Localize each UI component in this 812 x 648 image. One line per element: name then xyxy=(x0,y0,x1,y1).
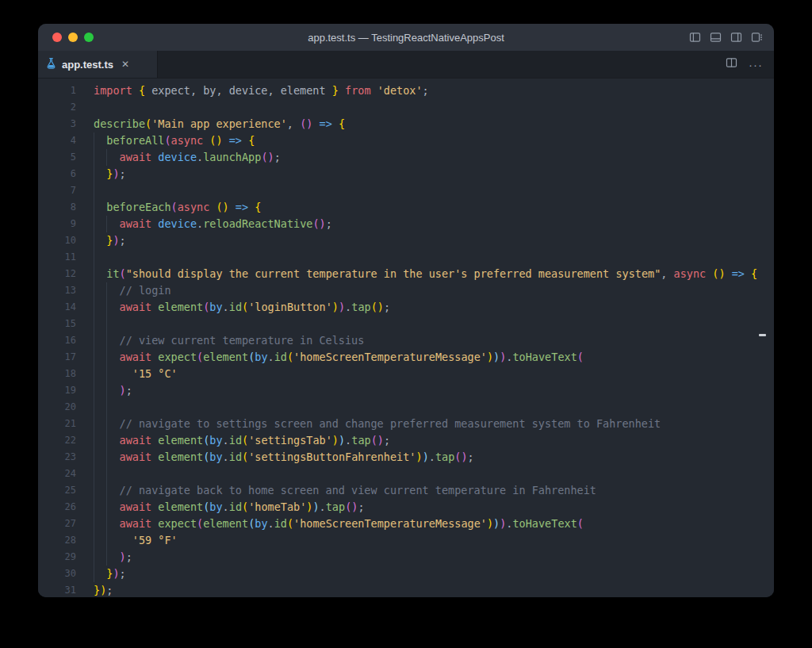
code-line[interactable]: 20 xyxy=(38,399,774,416)
code-line[interactable]: 24 xyxy=(38,466,774,482)
code-text[interactable]: await expect(element(by.id('homeScreenTe… xyxy=(76,349,584,366)
code-line[interactable]: 19 ); xyxy=(38,382,774,399)
toggle-secondary-sidebar-icon[interactable] xyxy=(730,32,742,43)
line-number[interactable]: 14 xyxy=(38,299,76,316)
code-line[interactable]: 17 await expect(element(by.id('homeScree… xyxy=(38,349,774,366)
code-text[interactable] xyxy=(76,99,94,116)
code-text[interactable]: await element(by.id('loginButton')).tap(… xyxy=(76,299,390,316)
line-number[interactable]: 26 xyxy=(38,499,76,516)
code-line[interactable]: 1import { expect, by, device, element } … xyxy=(38,82,774,99)
code-text[interactable]: ); xyxy=(76,382,132,399)
code-editor[interactable]: 1import { expect, by, device, element } … xyxy=(38,79,774,597)
code-line[interactable]: 26 await element(by.id('homeTab')).tap()… xyxy=(38,499,774,516)
code-text[interactable]: it("should display the current temperatu… xyxy=(76,266,757,282)
code-text[interactable] xyxy=(76,399,94,416)
line-number[interactable]: 3 xyxy=(38,116,76,132)
window-titlebar[interactable]: app.test.ts — TestingReactNativeAppsPost xyxy=(38,24,774,51)
code-line[interactable]: 9 await device.reloadReactNative(); xyxy=(38,216,774,232)
code-text[interactable]: ); xyxy=(76,549,132,566)
code-text[interactable] xyxy=(76,249,94,266)
line-number[interactable]: 21 xyxy=(38,416,76,432)
line-number[interactable]: 19 xyxy=(38,382,76,399)
code-line[interactable]: 4 beforeAll(async () => { xyxy=(38,132,774,149)
line-number[interactable]: 10 xyxy=(38,232,76,249)
code-text[interactable]: }); xyxy=(76,566,126,582)
line-number[interactable]: 15 xyxy=(38,316,76,332)
code-text[interactable]: await device.reloadReactNative(); xyxy=(76,216,332,232)
code-line[interactable]: 7 xyxy=(38,182,774,199)
customize-layout-icon[interactable] xyxy=(751,32,763,43)
tab-app-test-ts[interactable]: app.test.ts ✕ xyxy=(38,51,158,78)
code-text[interactable]: await element(by.id('settingsButtonFahre… xyxy=(76,449,474,466)
line-number[interactable]: 5 xyxy=(38,149,76,166)
code-text[interactable] xyxy=(76,466,94,482)
code-text[interactable]: // navigate back to home screen and view… xyxy=(76,482,596,499)
code-line[interactable]: 10 }); xyxy=(38,232,774,249)
line-number[interactable]: 25 xyxy=(38,482,76,499)
line-number[interactable]: 6 xyxy=(38,166,76,182)
code-line[interactable]: 12 it("should display the current temper… xyxy=(38,266,774,282)
split-editor-icon[interactable] xyxy=(726,57,737,71)
zoom-window-button[interactable] xyxy=(84,33,94,42)
close-window-button[interactable] xyxy=(52,33,62,42)
code-line[interactable]: 23 await element(by.id('settingsButtonFa… xyxy=(38,449,774,466)
code-line[interactable]: 30 }); xyxy=(38,566,774,582)
code-line[interactable]: 29 ); xyxy=(38,549,774,566)
code-text[interactable]: }); xyxy=(76,582,113,597)
line-number[interactable]: 28 xyxy=(38,532,76,549)
code-line[interactable]: 13 // login xyxy=(38,282,774,299)
code-text[interactable]: await expect(element(by.id('homeScreenTe… xyxy=(76,516,584,532)
line-number[interactable]: 1 xyxy=(38,82,76,99)
line-number[interactable]: 9 xyxy=(38,216,76,232)
line-number[interactable]: 17 xyxy=(38,349,76,366)
code-text[interactable]: beforeEach(async () => { xyxy=(76,199,261,216)
code-text[interactable]: // view current temperature in Celsius xyxy=(76,332,364,349)
scrollbar-marker[interactable] xyxy=(759,334,766,336)
line-number[interactable]: 7 xyxy=(38,182,76,199)
line-number[interactable]: 29 xyxy=(38,549,76,566)
code-line[interactable]: 2 xyxy=(38,99,774,116)
code-line[interactable]: 21 // navigate to settings screen and ch… xyxy=(38,416,774,432)
line-number[interactable]: 23 xyxy=(38,449,76,466)
code-line[interactable]: 5 await device.launchApp(); xyxy=(38,149,774,166)
code-line[interactable]: 27 await expect(element(by.id('homeScree… xyxy=(38,516,774,532)
code-text[interactable]: }); xyxy=(76,232,126,249)
toggle-primary-sidebar-icon[interactable] xyxy=(689,32,701,43)
line-number[interactable]: 18 xyxy=(38,366,76,382)
line-number[interactable]: 30 xyxy=(38,566,76,582)
code-line[interactable]: 14 await element(by.id('loginButton')).t… xyxy=(38,299,774,316)
code-text[interactable]: beforeAll(async () => { xyxy=(76,132,255,149)
line-number[interactable]: 13 xyxy=(38,282,76,299)
code-line[interactable]: 6 }); xyxy=(38,166,774,182)
code-line[interactable]: 15 xyxy=(38,316,774,332)
line-number[interactable]: 27 xyxy=(38,516,76,532)
code-text[interactable]: describe('Main app experience', () => { xyxy=(76,116,345,132)
code-text[interactable]: await element(by.id('settingsTab')).tap(… xyxy=(76,432,390,449)
code-line[interactable]: 16 // view current temperature in Celsiu… xyxy=(38,332,774,349)
line-number[interactable]: 8 xyxy=(38,199,76,216)
code-text[interactable]: // navigate to settings screen and chang… xyxy=(76,416,661,432)
code-line[interactable]: 31}); xyxy=(38,582,774,597)
line-number[interactable]: 24 xyxy=(38,466,76,482)
line-number[interactable]: 20 xyxy=(38,399,76,416)
line-number[interactable]: 31 xyxy=(38,582,76,597)
code-text[interactable]: await element(by.id('homeTab')).tap(); xyxy=(76,499,365,516)
toggle-panel-icon[interactable] xyxy=(710,32,722,43)
code-line[interactable]: 25 // navigate back to home screen and v… xyxy=(38,482,774,499)
line-number[interactable]: 4 xyxy=(38,132,76,149)
code-text[interactable]: }); xyxy=(76,166,126,182)
line-number[interactable]: 16 xyxy=(38,332,76,349)
line-number[interactable]: 11 xyxy=(38,249,76,266)
code-line[interactable]: 11 xyxy=(38,249,774,266)
code-text[interactable]: import { expect, by, device, element } f… xyxy=(76,82,429,99)
close-tab-icon[interactable]: ✕ xyxy=(121,59,129,70)
line-number[interactable]: 22 xyxy=(38,432,76,449)
code-line[interactable]: 3describe('Main app experience', () => { xyxy=(38,116,774,132)
code-line[interactable]: 18 '15 °C' xyxy=(38,366,774,382)
code-line[interactable]: 22 await element(by.id('settingsTab')).t… xyxy=(38,432,774,449)
code-text[interactable]: '59 °F' xyxy=(76,532,178,549)
code-text[interactable] xyxy=(76,316,94,332)
code-text[interactable]: // login xyxy=(76,282,171,299)
code-line[interactable]: 8 beforeEach(async () => { xyxy=(38,199,774,216)
code-line[interactable]: 28 '59 °F' xyxy=(38,532,774,549)
